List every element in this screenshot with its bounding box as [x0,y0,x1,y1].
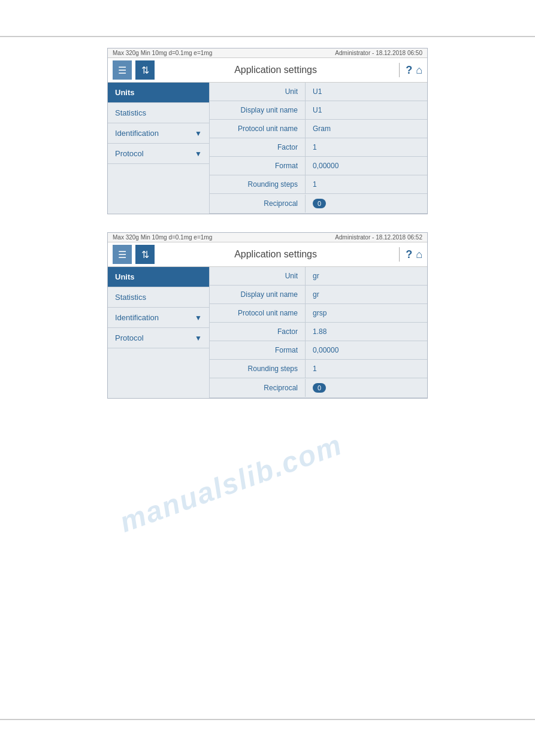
sidebar-item-identification-2[interactable]: Identification ▼ [108,308,209,328]
label-reciprocal-1: Reciprocal [210,195,306,212]
value-protocol-unit-name-2: grsp [306,304,427,322]
right-panel-2: Unit gr Display unit name gr Protocol un… [210,267,427,398]
label-unit-2: Unit [210,267,306,285]
status-bar-2: Max 320g Min 10mg d=0.1mg e=1mg Administ… [108,233,427,242]
chevron-down-icon-identification-1: ▼ [195,129,202,138]
label-protocol-unit-name-2: Protocol unit name [210,304,306,322]
status-right-2: Administrator - 18.12.2018 06:52 [335,234,422,241]
row-format-2: Format 0,00000 [210,341,427,360]
header-divider-2 [399,247,400,262]
value-factor-2: 1.88 [306,323,427,341]
panel-1: Max 320g Min 10mg d=0.1mg e=1mg Administ… [107,48,428,214]
sort-icon-1[interactable]: ⇅ [135,60,155,80]
sidebar-label-statistics-1: Statistics [115,108,146,117]
label-factor-2: Factor [210,323,306,341]
label-rounding-steps-1: Rounding steps [210,175,306,193]
sidebar-label-units-2: Units [115,272,135,281]
toggle-reciprocal-1[interactable]: 0 [313,199,326,208]
chevron-down-icon-identification-2: ▼ [195,314,202,322]
status-right-1: Administrator - 18.12.2018 06:50 [335,50,422,56]
value-format-2: 0,00000 [306,341,427,359]
menu-icon-2[interactable]: ☰ [113,245,132,264]
value-display-unit-name-1: U1 [306,101,427,119]
value-unit-2: gr [306,267,427,285]
right-panel-1: Unit U1 Display unit name U1 Protocol un… [210,83,427,214]
sidebar-label-protocol-1: Protocol [115,149,144,158]
sidebar-item-units-2[interactable]: Units [108,267,209,287]
sidebar-item-identification-1[interactable]: Identification ▼ [108,123,209,144]
sidebar-label-units-1: Units [115,88,135,97]
value-factor-1: 1 [306,138,427,156]
sidebar-2: Units Statistics Identification ▼ Protoc… [108,267,210,398]
row-factor-2: Factor 1.88 [210,323,427,341]
status-bar-1: Max 320g Min 10mg d=0.1mg e=1mg Administ… [108,48,427,58]
label-unit-1: Unit [210,83,306,101]
app-header-1: ☰ ⇅ Application settings ? ⌂ [108,58,427,83]
value-protocol-unit-name-1: Gram [306,120,427,138]
row-factor-1: Factor 1 [210,138,427,157]
row-reciprocal-1: Reciprocal 0 [210,194,427,214]
sidebar-item-statistics-2[interactable]: Statistics [108,287,209,308]
row-rounding-steps-2: Rounding steps 1 [210,360,427,378]
sidebar-item-protocol-1[interactable]: Protocol ▼ [108,144,209,164]
header-title-2: Application settings [158,249,393,260]
home-icon-1[interactable]: ⌂ [416,64,422,77]
label-reciprocal-2: Reciprocal [210,379,306,397]
menu-icon-1[interactable]: ☰ [113,60,132,80]
row-unit-1: Unit U1 [210,83,427,101]
status-left-2: Max 320g Min 10mg d=0.1mg e=1mg [113,234,212,241]
value-reciprocal-1[interactable]: 0 [306,194,427,213]
help-icon-2[interactable]: ? [406,248,412,261]
sidebar-item-statistics-1[interactable]: Statistics [108,103,209,123]
chevron-down-icon-protocol-1: ▼ [195,150,202,158]
row-display-unit-name-2: Display unit name gr [210,286,427,304]
value-display-unit-name-2: gr [306,286,427,303]
header-divider-1 [399,63,400,77]
bottom-border [0,719,535,720]
label-display-unit-name-1: Display unit name [210,101,306,119]
sort-icon-2[interactable]: ⇅ [135,245,155,264]
top-border [0,36,535,37]
sidebar-label-identification-2: Identification [115,313,159,322]
row-format-1: Format 0,00000 [210,157,427,175]
label-display-unit-name-2: Display unit name [210,286,306,303]
toggle-reciprocal-2[interactable]: 0 [313,383,326,393]
value-rounding-steps-1: 1 [306,175,427,193]
sidebar-1: Units Statistics Identification ▼ Protoc… [108,83,210,214]
row-protocol-unit-name-1: Protocol unit name Gram [210,120,427,138]
sidebar-item-units-1[interactable]: Units [108,83,209,103]
value-reciprocal-2[interactable]: 0 [306,378,427,397]
panel-2: Max 320g Min 10mg d=0.1mg e=1mg Administ… [107,232,428,399]
label-format-1: Format [210,157,306,175]
app-header-2: ☰ ⇅ Application settings ? ⌂ [108,242,427,267]
label-factor-1: Factor [210,138,306,156]
content-area-2: Units Statistics Identification ▼ Protoc… [108,267,427,398]
label-protocol-unit-name-1: Protocol unit name [210,120,306,138]
chevron-down-icon-protocol-2: ▼ [195,334,202,342]
value-format-1: 0,00000 [306,157,427,175]
row-unit-2: Unit gr [210,267,427,286]
sidebar-label-identification-1: Identification [115,129,159,138]
content-area-1: Units Statistics Identification ▼ Protoc… [108,83,427,214]
row-protocol-unit-name-2: Protocol unit name grsp [210,304,427,323]
page-wrapper: Max 320g Min 10mg d=0.1mg e=1mg Administ… [0,0,535,447]
help-icon-1[interactable]: ? [406,64,412,77]
status-left-1: Max 320g Min 10mg d=0.1mg e=1mg [113,50,212,56]
row-rounding-steps-1: Rounding steps 1 [210,175,427,194]
label-rounding-steps-2: Rounding steps [210,360,306,378]
label-format-2: Format [210,341,306,359]
row-reciprocal-2: Reciprocal 0 [210,378,427,398]
home-icon-2[interactable]: ⌂ [416,248,422,261]
row-display-unit-name-1: Display unit name U1 [210,101,427,120]
sidebar-label-statistics-2: Statistics [115,293,146,302]
sidebar-item-protocol-2[interactable]: Protocol ▼ [108,328,209,348]
sidebar-label-protocol-2: Protocol [115,333,144,342]
value-unit-1: U1 [306,83,427,101]
value-rounding-steps-2: 1 [306,360,427,378]
header-title-1: Application settings [158,65,393,75]
